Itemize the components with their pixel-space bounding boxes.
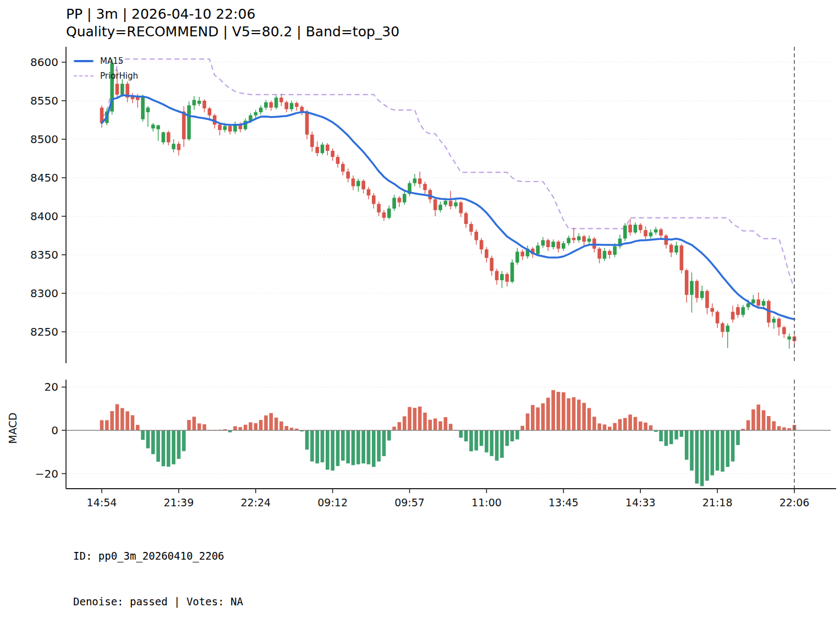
macd-bar xyxy=(249,422,252,430)
footer-id-line: ID: pp0_3m_20260410_2206 xyxy=(73,549,394,564)
macd-bar xyxy=(536,407,540,430)
candle-body xyxy=(156,125,160,129)
macd-bar xyxy=(187,420,191,430)
ma15-line-swatch xyxy=(74,60,94,62)
macd-bar xyxy=(254,423,257,430)
candle-body xyxy=(669,245,673,253)
x-tick-label: 14:54 xyxy=(87,496,117,508)
candle-body xyxy=(398,198,402,202)
macd-bar xyxy=(695,430,699,484)
macd-bar xyxy=(526,413,530,430)
macd-bar xyxy=(352,430,355,465)
candle-body xyxy=(403,194,407,202)
macd-bar xyxy=(182,430,186,451)
candle-body xyxy=(639,225,643,230)
macd-bar xyxy=(202,424,206,430)
candle-body xyxy=(515,251,519,262)
price-y-tick-label: 8450 xyxy=(30,171,58,184)
candle-body xyxy=(680,245,684,270)
candle-body xyxy=(228,126,232,132)
macd-bar xyxy=(690,430,694,471)
candle-body xyxy=(346,172,350,179)
trading-chart-page: PP | 3m | 2026-04-10 22:06 Quality=RECOM… xyxy=(0,0,840,629)
macd-bar xyxy=(582,403,586,430)
candle-body xyxy=(377,204,381,212)
macd-bar xyxy=(125,411,129,430)
x-tick-label: 11:00 xyxy=(471,496,502,508)
candle-body xyxy=(367,189,371,195)
legend-item-ma15: MA15 xyxy=(74,53,138,68)
macd-bar xyxy=(634,417,638,430)
macd-bar xyxy=(141,430,145,440)
candle-body xyxy=(449,201,453,206)
macd-bar xyxy=(418,407,422,430)
macd-bar xyxy=(438,421,442,430)
macd-bar xyxy=(387,430,391,440)
candle-body xyxy=(218,124,222,130)
candle-body xyxy=(541,240,545,245)
price-y-tick-label: 8300 xyxy=(30,287,58,300)
macd-bar xyxy=(156,430,160,462)
macd-bar xyxy=(244,425,248,430)
candle-body xyxy=(177,144,181,150)
candle-body xyxy=(336,157,340,164)
macd-bar xyxy=(367,430,371,464)
macd-bar xyxy=(284,426,288,430)
macd-bar xyxy=(474,430,478,451)
macd-bar xyxy=(233,426,237,430)
candle-body xyxy=(628,225,632,232)
x-tick-label: 21:39 xyxy=(164,496,194,508)
macd-bar xyxy=(721,430,724,472)
macd-bar xyxy=(392,426,396,430)
macd-bar xyxy=(356,430,360,464)
candle-body xyxy=(264,102,268,108)
candle-body xyxy=(490,258,493,271)
macd-bar xyxy=(331,430,334,471)
x-tick-label: 09:12 xyxy=(317,496,348,508)
candle-body xyxy=(356,181,360,187)
macd-bar xyxy=(736,430,740,445)
candle-body xyxy=(310,135,314,147)
macd-bar xyxy=(382,430,386,456)
macd-bar xyxy=(613,423,617,430)
candle-body xyxy=(269,102,273,108)
candle-body xyxy=(746,303,750,307)
macd-bar xyxy=(603,424,607,430)
candles-layer xyxy=(100,59,797,348)
macd-bar xyxy=(515,430,519,440)
candle-body xyxy=(315,147,319,153)
candle-body xyxy=(731,312,735,320)
macd-bar xyxy=(762,410,766,430)
macd-bar xyxy=(680,430,684,437)
candle-body xyxy=(716,312,720,324)
candle-body xyxy=(305,112,309,135)
candle-body xyxy=(300,107,304,111)
candle-body xyxy=(736,307,740,315)
macd-bar xyxy=(751,409,755,430)
candle-body xyxy=(577,236,581,240)
macd-bar xyxy=(782,427,786,430)
macd-bar xyxy=(449,424,453,430)
macd-bar xyxy=(110,411,114,430)
candle-body xyxy=(392,198,396,209)
macd-bar xyxy=(674,430,678,440)
macd-bar xyxy=(777,426,781,430)
macd-bar xyxy=(361,430,365,463)
candle-body xyxy=(572,238,576,240)
candle-body xyxy=(182,112,186,139)
macd-bar xyxy=(100,420,104,430)
macd-bar xyxy=(377,430,381,462)
macd-bar xyxy=(408,407,411,430)
candle-body xyxy=(464,213,468,224)
macd-bar xyxy=(505,430,509,446)
macd-bar xyxy=(665,430,668,446)
macd-bar xyxy=(269,413,273,430)
candle-body xyxy=(705,291,709,308)
candle-body xyxy=(623,226,627,239)
candle-body xyxy=(438,205,442,210)
candle-body xyxy=(741,307,745,315)
candle-body xyxy=(284,102,288,110)
candle-body xyxy=(551,242,555,247)
macd-bar xyxy=(510,430,514,441)
candle-body xyxy=(208,108,212,116)
